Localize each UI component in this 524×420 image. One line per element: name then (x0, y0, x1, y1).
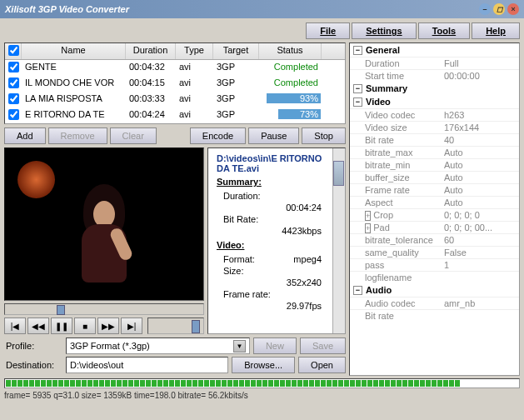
profile-select[interactable]: 3GP Format (*.3gp) ▼ (66, 338, 250, 354)
menu-settings[interactable]: Settings (352, 22, 416, 39)
col-name[interactable]: Name (22, 43, 126, 59)
profile-new-button[interactable]: New (253, 338, 297, 354)
prop-value: 0; 0; 0; 0 (444, 210, 516, 220)
stop-button[interactable]: Stop (302, 128, 346, 144)
remove-button[interactable]: Remove (48, 128, 107, 144)
chevron-down-icon[interactable]: ▼ (233, 340, 246, 352)
prop-key: bitrate_min (365, 160, 444, 170)
prop-row[interactable]: Video codech263 (350, 108, 519, 121)
prop-row[interactable]: bitrate_minAuto (350, 158, 519, 171)
prop-key: Start time (365, 71, 444, 81)
menu-file[interactable]: File (306, 22, 350, 39)
rewind-button[interactable]: ◀◀ (27, 318, 49, 334)
prop-value: 60 (444, 235, 516, 245)
file-table[interactable]: Name Duration Type Target Status GENTE 0… (4, 42, 346, 124)
select-all-checkbox[interactable] (8, 45, 19, 56)
info-summary-heading: Summary: (217, 177, 337, 187)
prop-row[interactable]: buffer_sizeAuto (350, 171, 519, 183)
seek-slider[interactable] (4, 303, 204, 315)
forward-button[interactable]: ▶▶ (97, 318, 119, 334)
properties-panel[interactable]: −GeneralDurationFullStart time00:00:00−S… (350, 43, 519, 375)
col-type[interactable]: Type (176, 43, 213, 59)
profile-label: Profile: (4, 341, 62, 351)
row-duration: 00:04:15 (126, 77, 176, 91)
prop-row[interactable]: same_qualityFalse (350, 246, 519, 258)
menu-tools[interactable]: Tools (418, 22, 471, 39)
info-size: 352x240 (223, 278, 337, 288)
prop-section-video[interactable]: −Video (350, 95, 519, 108)
browse-button[interactable]: Browse... (232, 357, 295, 373)
prop-key: Bit rate (365, 135, 444, 145)
prop-key: logfilename (365, 272, 444, 282)
col-target[interactable]: Target (213, 43, 259, 59)
prop-key: same_quality (365, 248, 444, 258)
prop-section-general[interactable]: −General (350, 43, 519, 57)
prop-section-summary[interactable]: −Summary (350, 82, 519, 95)
prev-button[interactable]: |◀ (4, 318, 26, 334)
maximize-button[interactable]: ◻ (493, 3, 505, 15)
info-bitrate: 4423kbps (223, 226, 337, 236)
prop-key: bitrate_max (365, 148, 444, 158)
prop-row[interactable]: DurationFull (350, 57, 519, 69)
table-row[interactable]: LA MIA RISPOSTA 00:03:33 avi 3GP 93% (5, 92, 345, 108)
prop-row[interactable]: Bit rate40 (350, 133, 519, 146)
prop-row[interactable]: Audio codecamr_nb (350, 297, 519, 309)
prop-row[interactable]: bitrate_maxAuto (350, 146, 519, 158)
close-button[interactable]: × (507, 3, 519, 15)
prop-row[interactable]: bitrate_tolerance60 (350, 233, 519, 246)
status-line: frame= 5935 q=31.0 size= 1359kB time=198… (4, 391, 520, 400)
collapse-icon[interactable]: − (353, 286, 362, 295)
table-row[interactable]: GENTE 00:04:32 avi 3GP Completed (5, 60, 345, 76)
row-name: GENTE (22, 61, 126, 75)
clear-button[interactable]: Clear (110, 128, 157, 144)
row-checkbox[interactable] (8, 109, 19, 120)
prop-row[interactable]: Start time00:00:00 (350, 69, 519, 82)
open-button[interactable]: Open (298, 357, 346, 373)
encode-progress-bar (4, 378, 520, 388)
prop-row[interactable]: logfilename (350, 271, 519, 283)
volume-slider[interactable] (147, 318, 204, 334)
minimize-button[interactable]: – (479, 3, 491, 15)
table-row[interactable]: IL MONDO CHE VOR 00:04:15 avi 3GP Comple… (5, 76, 345, 92)
collapse-icon[interactable]: − (353, 98, 362, 107)
prop-value: Auto (444, 172, 516, 182)
add-button[interactable]: Add (4, 128, 46, 144)
info-framerate: 29.97fps (223, 301, 337, 311)
prop-section-audio[interactable]: −Audio (350, 283, 519, 297)
stop-playback-button[interactable]: ■ (74, 318, 96, 334)
prop-row[interactable]: AspectAuto (350, 196, 519, 208)
col-duration[interactable]: Duration (126, 43, 176, 59)
info-scrollbar[interactable] (332, 148, 345, 333)
row-checkbox[interactable] (8, 62, 19, 72)
row-name: LA MIA RISPOSTA (22, 92, 126, 107)
destination-input[interactable] (66, 357, 228, 373)
pause-button[interactable]: Pause (248, 128, 299, 144)
prop-value: h263 (444, 110, 516, 120)
collapse-icon[interactable]: − (353, 84, 362, 93)
col-status[interactable]: Status (259, 43, 322, 59)
row-checkbox[interactable] (8, 93, 19, 104)
prop-value: 1 (444, 260, 516, 270)
row-name: E RITORNO DA TE (22, 108, 126, 122)
prop-key: Video codec (365, 110, 444, 120)
expand-icon[interactable]: + (365, 223, 371, 233)
prop-row[interactable]: Frame rateAuto (350, 183, 519, 196)
table-row[interactable]: E RITORNO DA TE 00:04:24 avi 3GP 73% (5, 108, 345, 123)
row-target: 3GP (213, 61, 259, 75)
prop-value: Full (444, 58, 516, 68)
prop-row[interactable]: Video size176x144 (350, 121, 519, 133)
play-pause-button[interactable]: ❚❚ (51, 318, 72, 334)
row-checkbox[interactable] (8, 78, 19, 88)
encode-button[interactable]: Encode (190, 128, 246, 144)
prop-row[interactable]: Bit rate (350, 309, 519, 322)
profile-save-button[interactable]: Save (300, 338, 346, 354)
expand-icon[interactable]: + (365, 211, 371, 221)
prop-row[interactable]: +Crop0; 0; 0; 0 (350, 208, 519, 221)
menu-help[interactable]: Help (472, 22, 520, 39)
next-button[interactable]: ▶| (121, 318, 142, 334)
prop-key: +Pad (365, 222, 444, 232)
prop-row[interactable]: +Pad0; 0; 0; 00... (350, 221, 519, 233)
prop-row[interactable]: pass1 (350, 258, 519, 271)
prop-value: Auto (444, 148, 516, 158)
collapse-icon[interactable]: − (353, 46, 362, 55)
